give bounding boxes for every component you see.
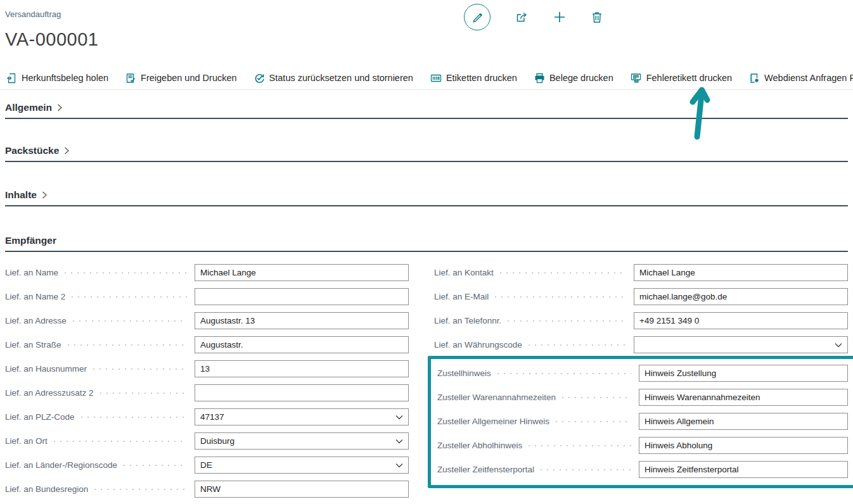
field-label: Zusteller Abholhinweis bbox=[437, 441, 522, 450]
field-label: Lief. an Adresse bbox=[5, 316, 67, 325]
dotted-leader bbox=[562, 397, 631, 398]
action-herkunftsbeleg-holen[interactable]: Herkunftsbeleg holen bbox=[6, 73, 108, 84]
field-label: Lief. an Hausnummer bbox=[5, 364, 87, 374]
section-inhalte[interactable]: Inhalte bbox=[5, 189, 848, 206]
zustellhinweis-input[interactable]: Hinweis Zustellung bbox=[639, 365, 848, 382]
field-label: Lief. an Name bbox=[5, 268, 58, 277]
dropdown-chevron-icon[interactable] bbox=[395, 415, 403, 420]
lief-an-bundesregion-input[interactable]: NRW bbox=[195, 481, 409, 498]
field-label: Lief. an Adresszusatz 2 bbox=[5, 388, 94, 398]
lief-an-name-input[interactable]: Michael Lange bbox=[195, 264, 409, 281]
annotation-highlight-box: Zustellhinweis Hinweis Zustellung Zustel… bbox=[428, 356, 853, 488]
field-lief-an-strasse: Lief. an Straße Augustastr. bbox=[5, 336, 409, 353]
lief-an-ort-input[interactable]: Duisburg bbox=[195, 432, 409, 450]
field-value: NRW bbox=[200, 484, 221, 494]
dotted-leader bbox=[94, 489, 187, 490]
field-lief-an-adresse: Lief. an Adresse Augustastr. 13 bbox=[5, 312, 409, 329]
action-webdienst-protokoll[interactable]: Webdienst Anfragen Protokoll bbox=[749, 73, 853, 84]
dotted-leader bbox=[497, 373, 631, 374]
dotted-leader bbox=[93, 369, 187, 370]
section-allgemein[interactable]: Allgemein bbox=[5, 102, 848, 119]
field-zusteller-warenannahmezeiten: Zusteller Warenannahmezeiten Hinweis War… bbox=[437, 389, 848, 406]
field-value: Hinweis Abholung bbox=[645, 441, 712, 450]
dropdown-chevron-icon[interactable] bbox=[835, 343, 842, 348]
top-toolbar bbox=[464, 4, 603, 30]
dotted-leader bbox=[529, 344, 626, 346]
action-label: Status zurücksetzen und stornieren bbox=[269, 73, 413, 83]
field-value: Michael Lange bbox=[200, 268, 256, 277]
print-documents-icon bbox=[534, 73, 545, 84]
zusteller-warenannahmezeiten-input[interactable]: Hinweis Warenannahmezeiten bbox=[639, 389, 848, 406]
edit-button[interactable] bbox=[464, 4, 491, 30]
lief-an-hausnummer-input[interactable]: 13 bbox=[195, 360, 409, 377]
empfaenger-form: Lief. an Name Michael Lange Lief. an Nam… bbox=[5, 264, 848, 504]
lief-an-email-input[interactable]: michael.lange@gob.de bbox=[634, 288, 848, 305]
section-packstuecke[interactable]: Packstücke bbox=[5, 145, 848, 162]
dotted-leader bbox=[72, 296, 187, 298]
print-labels-icon bbox=[430, 73, 442, 84]
field-label: Lief. an Telefonnr. bbox=[434, 316, 501, 325]
lief-an-laender-regionscode-input[interactable]: DE bbox=[195, 457, 409, 474]
field-label: Zusteller Zeitfensterportal bbox=[437, 465, 534, 474]
field-label: Lief. an Bundesregion bbox=[5, 484, 88, 494]
dropdown-chevron-icon[interactable] bbox=[395, 463, 403, 468]
share-icon bbox=[515, 10, 529, 24]
share-button[interactable] bbox=[515, 10, 529, 24]
dotted-leader bbox=[495, 296, 626, 298]
field-lief-an-name: Lief. an Name Michael Lange bbox=[5, 264, 409, 281]
lief-an-strasse-input[interactable]: Augustastr. bbox=[195, 336, 409, 353]
field-label: Zustellhinweis bbox=[437, 369, 491, 378]
dropdown-chevron-icon[interactable] bbox=[395, 439, 403, 444]
field-value: Augustastr. bbox=[200, 340, 243, 350]
field-label: Lief. an PLZ-Code bbox=[5, 412, 75, 422]
lief-an-name-2-input[interactable] bbox=[195, 288, 409, 305]
lief-an-adresse-input[interactable]: Augustastr. 13 bbox=[195, 312, 409, 329]
action-status-zuruecksetzen[interactable]: Status zurücksetzen und stornieren bbox=[254, 73, 413, 84]
action-freigeben-und-drucken[interactable]: Freigeben und Drucken bbox=[125, 73, 237, 84]
field-value: Hinweis Allgemein bbox=[645, 417, 714, 426]
field-value: DE bbox=[200, 460, 212, 470]
zusteller-abholhinweis-input[interactable]: Hinweis Abholung bbox=[639, 437, 848, 454]
dotted-leader bbox=[500, 272, 626, 274]
add-button[interactable] bbox=[553, 10, 567, 24]
print-error-label-icon bbox=[631, 73, 642, 84]
lief-an-kontakt-input[interactable]: Michael Lange bbox=[634, 264, 848, 281]
dotted-leader bbox=[100, 393, 187, 394]
reset-status-icon bbox=[254, 73, 265, 84]
field-value: Hinweis Zustellung bbox=[645, 369, 716, 378]
pencil-icon bbox=[471, 11, 484, 23]
form-column-right: Lief. an Kontakt Michael Lange Lief. an … bbox=[434, 264, 848, 488]
lief-an-plz-code-input[interactable]: 47137 bbox=[195, 408, 409, 425]
field-value: 13 bbox=[200, 364, 210, 374]
action-fehleretikett-drucken[interactable]: Fehleretikett drucken bbox=[631, 73, 732, 84]
field-value: Duisburg bbox=[200, 436, 234, 446]
dotted-leader bbox=[73, 320, 187, 322]
field-lief-an-email: Lief. an E-Mail michael.lange@gob.de bbox=[434, 288, 848, 305]
dotted-leader bbox=[124, 465, 187, 466]
dotted-leader bbox=[529, 445, 631, 446]
field-lief-an-adresszusatz-2: Lief. an Adresszusatz 2 bbox=[5, 384, 409, 401]
versandauftrag-page: Versandauftrag VA-000001 bbox=[0, 0, 853, 504]
field-label: Lief. an Kontakt bbox=[434, 268, 494, 277]
chevron-right-icon bbox=[63, 146, 70, 155]
lief-an-adresszusatz-2-input[interactable] bbox=[195, 384, 409, 401]
zusteller-zeitfensterportal-input[interactable]: Hinweis Zeitfensterportal bbox=[639, 461, 848, 478]
lief-an-telefonnr-input[interactable]: +49 2151 349 0 bbox=[634, 312, 848, 329]
lief-an-waehrungscode-input[interactable] bbox=[634, 336, 848, 353]
zusteller-allgemeiner-hinweis-input[interactable]: Hinweis Allgemein bbox=[639, 413, 848, 430]
action-belege-drucken[interactable]: Belege drucken bbox=[534, 73, 613, 84]
delete-button[interactable] bbox=[591, 11, 603, 23]
section-label: Allgemein bbox=[5, 102, 52, 113]
action-etiketten-drucken[interactable]: Etiketten drucken bbox=[430, 73, 517, 84]
form-column-left: Lief. an Name Michael Lange Lief. an Nam… bbox=[5, 264, 409, 504]
field-lief-an-telefonnr: Lief. an Telefonnr. +49 2151 349 0 bbox=[434, 312, 848, 329]
trash-icon bbox=[591, 11, 603, 23]
section-label: Packstücke bbox=[5, 145, 59, 156]
field-label: Zusteller Allgemeiner Hinweis bbox=[437, 417, 549, 426]
dotted-leader bbox=[541, 469, 631, 470]
section-empfaenger[interactable]: Empfänger bbox=[5, 235, 848, 252]
dotted-leader bbox=[54, 441, 187, 442]
action-label: Webdienst Anfragen Protokoll bbox=[764, 73, 853, 83]
breadcrumb[interactable]: Versandauftrag bbox=[5, 9, 61, 19]
field-value: Hinweis Zeitfensterportal bbox=[645, 465, 739, 474]
